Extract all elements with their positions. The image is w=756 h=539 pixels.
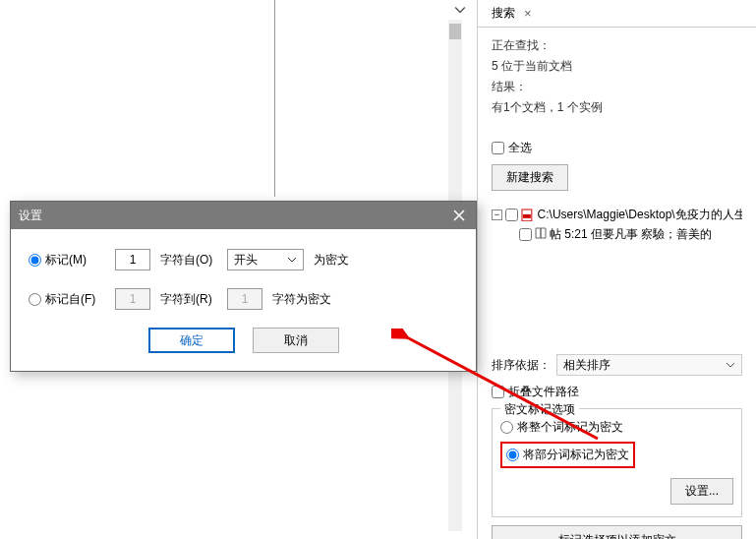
dialog-title: 设置 (19, 208, 42, 224)
settings-button[interactable]: 设置... (670, 478, 733, 505)
radio-whole-label: 将整个词标记为密文 (517, 419, 623, 436)
radio-partial-word[interactable] (506, 449, 519, 461)
file-path-label: C:\Users\Maggie\Desktop\免疫力的人生 (538, 207, 742, 223)
scrollbar-thumb[interactable] (449, 24, 461, 39)
position-text: 5 位于当前文档 (492, 58, 742, 75)
group-title: 密文标记选项 (500, 401, 579, 418)
sort-label: 排序依据： (492, 357, 551, 374)
search-panel: 搜索 × 正在查找： 5 位于当前文档 结果： 有1个文档，1 个实例 全选 新… (477, 0, 756, 539)
chevron-down-icon (726, 360, 735, 370)
cancel-button[interactable]: 取消 (253, 328, 339, 353)
results-tree: − C:\Users\Maggie\Desktop\免疫力的人生 帖 5:21 … (492, 207, 742, 243)
select-all-checkbox[interactable] (492, 142, 504, 154)
add-redaction-button[interactable]: 标记选择项以添加密文 (492, 525, 742, 539)
mark-from-input (115, 288, 150, 310)
radio-partial-label: 将部分词标记为密文 (523, 447, 629, 463)
chars-from-label: 字符自(O) (160, 252, 217, 269)
chevron-down-icon (287, 255, 297, 265)
document-canvas (0, 0, 275, 197)
radio-mark-from-f[interactable]: 标记自(F) (29, 291, 105, 308)
close-icon[interactable]: × (521, 6, 535, 21)
tab-label: 搜索 (492, 5, 515, 22)
ok-button[interactable]: 确定 (148, 328, 235, 353)
hit-checkbox[interactable] (519, 228, 532, 241)
settings-dialog: 设置 标记(M) 字符自(O) 开头 为密文 标记自(F) 字符到(R) 字符为… (10, 201, 477, 372)
panel-dropdown-icon[interactable] (454, 4, 466, 16)
suffix-label-2: 字符为密文 (272, 291, 331, 308)
collapse-paths-checkbox[interactable] (492, 386, 504, 398)
from-position-select[interactable]: 开头 (227, 249, 304, 270)
tree-hit-row[interactable]: 帖 5:21 但要凡事 察驗；善美的 (492, 226, 742, 243)
chars-to-input (227, 288, 262, 310)
results-label: 结果： (492, 79, 742, 95)
redaction-options-group: 密文标记选项 将整个词标记为密文 将部分词标记为密文 设置... (492, 408, 742, 517)
close-icon (453, 210, 465, 221)
searching-label: 正在查找： (492, 37, 742, 54)
tree-file-row[interactable]: − C:\Users\Maggie\Desktop\免疫力的人生 (492, 207, 742, 223)
chars-to-label: 字符到(R) (160, 291, 217, 308)
collapse-icon[interactable]: − (492, 210, 502, 220)
new-search-button[interactable]: 新建搜索 (492, 164, 568, 191)
radio-mark-m[interactable]: 标记(M) (29, 252, 105, 269)
collapse-paths-label: 折叠文件路径 (508, 384, 579, 400)
file-checkbox[interactable] (505, 209, 518, 221)
results-text: 有1个文档，1 个实例 (492, 99, 742, 116)
hit-text: 帖 5:21 但要凡事 察驗；善美的 (550, 226, 712, 243)
sort-value: 相关排序 (563, 357, 611, 374)
select-all-label: 全选 (508, 140, 532, 156)
sort-select[interactable]: 相关排序 (556, 354, 742, 376)
pdf-icon (521, 209, 535, 222)
tab-search[interactable]: 搜索 × (486, 1, 541, 26)
dialog-close-button[interactable] (450, 207, 468, 224)
radio-whole-word[interactable] (500, 421, 513, 434)
radio-partial-highlight: 将部分词标记为密文 (500, 442, 635, 468)
svg-rect-1 (523, 213, 531, 217)
book-icon (535, 227, 547, 242)
suffix-label-1: 为密文 (314, 252, 349, 269)
mark-count-input[interactable] (115, 249, 150, 270)
